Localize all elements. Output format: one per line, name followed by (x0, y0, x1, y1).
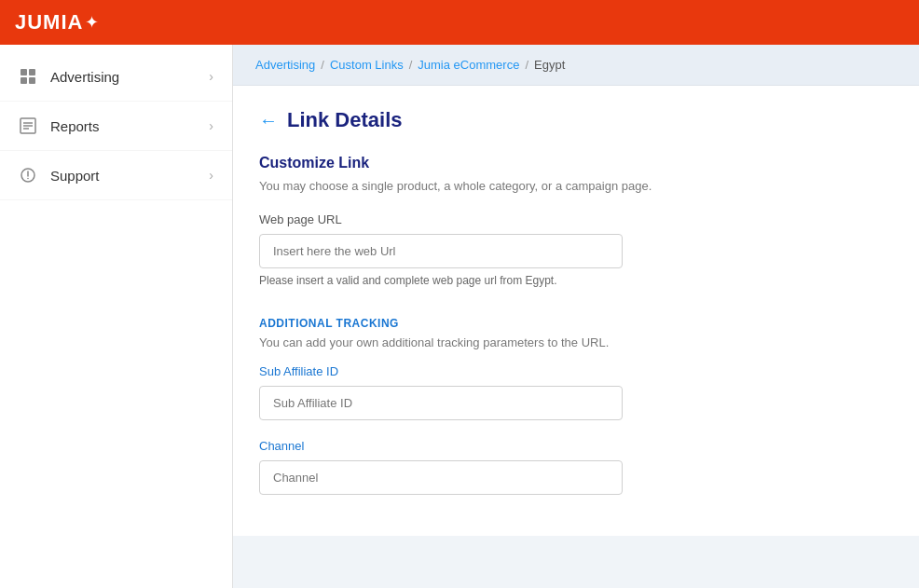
sidebar-label-reports: Reports (50, 118, 100, 134)
content-area: Advertising / Custom Links / Jumia eComm… (233, 45, 919, 588)
sub-affiliate-input[interactable] (259, 386, 623, 420)
chevron-right-icon-reports: › (209, 118, 213, 133)
breadcrumb-advertising[interactable]: Advertising (255, 58, 315, 72)
breadcrumb-sep-2: / (409, 58, 413, 72)
sidebar-item-advertising[interactable]: Advertising › (0, 52, 232, 102)
top-header: JUMIA ✦ (0, 0, 919, 45)
sidebar-item-support[interactable]: Support › (0, 151, 232, 200)
breadcrumb-custom-links[interactable]: Custom Links (330, 58, 404, 72)
channel-field-group: Channel (259, 439, 893, 495)
channel-input[interactable] (259, 460, 623, 495)
breadcrumb-sep-3: / (525, 58, 528, 72)
breadcrumb: Advertising / Custom Links / Jumia eComm… (233, 45, 919, 86)
web-url-input[interactable] (259, 234, 623, 268)
svg-point-10 (27, 178, 29, 180)
chevron-right-icon-support: › (209, 168, 213, 183)
web-url-field-group: Web page URL Please insert a valid and c… (259, 212, 893, 287)
support-icon (19, 166, 37, 185)
tracking-desc: You can add your own additional tracking… (259, 335, 893, 349)
svg-rect-2 (21, 77, 27, 84)
svg-rect-1 (29, 69, 35, 75)
sidebar-label-support: Support (50, 168, 100, 184)
tracking-section: ADDITIONAL TRACKING You can add your own… (259, 309, 893, 495)
back-button[interactable]: ← (259, 110, 278, 131)
logo-icon: ✦ (85, 12, 99, 33)
breadcrumb-sep-1: / (321, 58, 324, 72)
chevron-right-icon: › (209, 69, 213, 84)
reports-icon (19, 116, 37, 135)
breadcrumb-egypt: Egypt (534, 58, 565, 72)
web-url-label: Web page URL (259, 212, 893, 226)
web-url-hint: Please insert a valid and complete web p… (259, 274, 893, 287)
sidebar-item-reports[interactable]: Reports › (0, 102, 232, 151)
page-content: ← Link Details Customize Link You may ch… (233, 86, 919, 536)
customize-link-title: Customize Link (259, 155, 893, 171)
sub-affiliate-field-group: Sub Affiliate ID (259, 364, 893, 420)
main-layout: Advertising › Reports › (0, 45, 919, 588)
sidebar-label-advertising: Advertising (50, 69, 119, 85)
sidebar: Advertising › Reports › (0, 45, 233, 588)
page-title: Link Details (287, 108, 402, 132)
tracking-title: ADDITIONAL TRACKING (259, 317, 893, 330)
channel-label: Channel (259, 439, 893, 453)
breadcrumb-jumia-ecommerce[interactable]: Jumia eCommerce (418, 58, 519, 72)
svg-rect-3 (29, 77, 35, 84)
customize-link-desc: You may choose a single product, a whole… (259, 177, 893, 196)
advertising-icon (19, 67, 37, 86)
logo-text: JUMIA (15, 10, 83, 34)
sub-affiliate-label: Sub Affiliate ID (259, 364, 893, 378)
svg-rect-0 (21, 69, 27, 75)
page-header: ← Link Details (259, 108, 893, 132)
